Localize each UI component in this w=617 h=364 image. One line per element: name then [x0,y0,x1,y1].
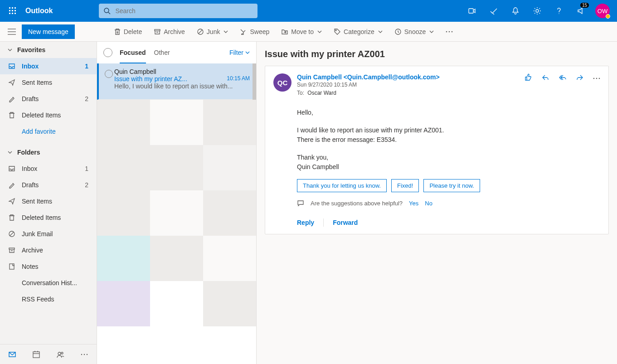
settings-icon[interactable] [526,0,548,22]
svg-rect-17 [155,29,160,31]
svg-rect-0 [9,7,10,9]
forward-button-icon[interactable] [576,73,584,83]
app-launcher-button[interactable] [4,0,22,22]
nav-item-rss-feeds[interactable]: RSS Feeds [0,291,97,307]
sender-avatar: QC [273,73,291,92]
svg-point-23 [449,31,450,32]
sweep-button[interactable]: Sweep [234,22,275,42]
email-body: Hello, I would like to report an issue w… [273,108,600,172]
nav-item-deleted-items[interactable]: Deleted Items [0,209,97,226]
suggested-reply-2[interactable]: Fixed! [391,179,419,192]
clock-icon [394,28,402,35]
search-input[interactable] [115,7,257,15]
notifications-icon[interactable] [505,0,526,22]
categorize-button[interactable]: Categorize [328,22,388,42]
chevron-down-icon [378,29,383,34]
suggested-replies: Thank you for letting us know. Fixed! Pl… [273,179,600,192]
nav-item-deleted-items[interactable]: Deleted Items [0,107,97,123]
more-modules-button[interactable] [76,346,92,363]
select-all-toggle[interactable] [103,48,112,57]
nav-item-drafts[interactable]: Drafts2 [0,177,97,193]
whatsnew-icon[interactable]: 15 [570,0,592,22]
filter-button[interactable]: Filter [229,49,250,56]
svg-point-36 [81,354,82,354]
favorites-toggle[interactable]: Favorites [0,42,97,58]
nav-item-label: Deleted Items [22,214,91,221]
nav-item-sent-items[interactable]: Sent Items [0,193,97,209]
folders-toggle[interactable]: Folders [0,144,97,160]
account-button[interactable]: OW [592,0,613,22]
svg-line-10 [108,12,110,14]
svg-point-9 [104,8,109,13]
junk-button[interactable]: Junk [191,22,234,42]
feedback-no[interactable]: No [425,200,432,207]
people-module-button[interactable] [52,346,68,363]
chevron-down-icon [223,29,228,34]
chevron-down-icon [7,150,13,155]
sweep-icon [240,28,247,35]
app-brand: Outlook [22,7,58,15]
nav-item-drafts[interactable]: Drafts2 [0,91,97,107]
reply-button[interactable] [541,73,549,83]
svg-point-40 [596,78,598,79]
svg-rect-4 [12,10,13,11]
ellipsis-icon [446,31,453,33]
svg-rect-2 [15,7,16,9]
search-box[interactable] [99,4,257,18]
nav-item-sent-items[interactable]: Sent Items [0,74,97,91]
add-favorite-link[interactable]: Add favorite [0,123,97,140]
chevron-down-icon [429,29,434,34]
message-list[interactable]: Quin Campbell Issue with my printer AZ..… [97,63,256,364]
suggested-reply-1[interactable]: Thank you for letting us know. [297,179,387,192]
nav-item-inbox[interactable]: Inbox1 [0,58,97,74]
mail-module-button[interactable] [4,346,20,363]
message-item[interactable]: Quin Campbell Issue with my printer AZ..… [97,63,256,100]
archive-button[interactable]: Archive [148,22,190,42]
tab-focused[interactable]: Focused [120,42,146,63]
calendar-module-button[interactable] [28,346,44,363]
to-line: To: Oscar Ward [297,90,519,96]
more-commands-button[interactable] [440,22,458,42]
folder-move-icon [281,28,288,35]
suggestion-feedback: Are the suggestions above helpful? Yes N… [273,199,600,207]
svg-point-39 [593,78,595,79]
suggested-reply-3[interactable]: Please try it now. [423,179,480,192]
nav-item-conversation-hist-[interactable]: Conversation Hist... [0,275,97,291]
nav-toggle-button[interactable] [3,29,21,35]
nav-item-inbox[interactable]: Inbox1 [0,160,97,177]
nav-item-label: RSS Feeds [22,296,91,303]
teams-call-icon[interactable] [461,0,483,22]
nav-item-label: Inbox [22,63,78,70]
nav-item-archive[interactable]: Archive [0,242,97,258]
nav-item-notes[interactable]: Notes [0,258,97,275]
move-to-button[interactable]: Move to [276,22,327,42]
nav-item-label: Deleted Items [22,112,91,119]
svg-point-12 [536,10,539,12]
message-preview: Hello, I would like to report an issue w… [114,83,250,90]
new-message-button[interactable]: New message [22,24,75,39]
nav-item-label: Notes [22,263,91,270]
nav-item-label: Drafts [22,95,78,102]
svg-point-24 [452,31,453,32]
nav-item-junk-email[interactable]: Junk Email [0,226,97,242]
message-from: Quin Campbell [114,68,250,75]
reply-link[interactable]: Reply [297,219,314,226]
reply-all-button[interactable] [559,73,567,83]
tab-other[interactable]: Other [154,42,170,63]
feedback-yes[interactable]: Yes [409,200,418,207]
svg-point-34 [58,352,61,355]
chevron-down-icon [317,29,322,34]
delete-button[interactable]: Delete [108,22,147,42]
sent-time: Sun 9/27/2020 10:15 AM [297,82,519,88]
svg-rect-8 [15,13,16,14]
more-actions-button[interactable] [593,73,600,81]
todo-icon[interactable] [483,0,505,22]
snooze-button[interactable]: Snooze [389,22,439,42]
svg-rect-27 [9,248,15,249]
message-select-toggle[interactable] [103,68,114,95]
scrollbar-thumb[interactable] [253,63,256,100]
help-icon[interactable] [548,0,570,22]
like-button[interactable] [524,73,532,83]
forward-link[interactable]: Forward [333,219,358,226]
sender-name[interactable]: Quin Campbell <Quin.Campbell@outlook.com… [297,73,519,81]
